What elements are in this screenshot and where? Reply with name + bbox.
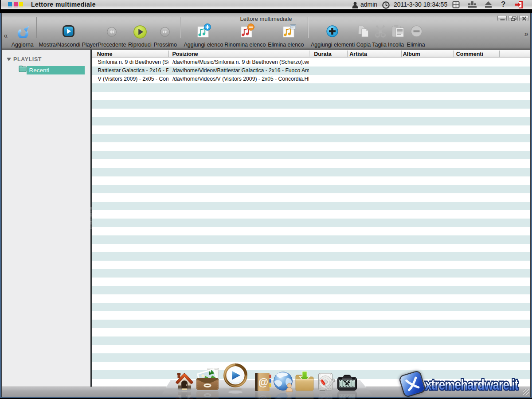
svg-text:@: @ <box>258 376 268 388</box>
svg-text:@: @ <box>258 395 268 399</box>
